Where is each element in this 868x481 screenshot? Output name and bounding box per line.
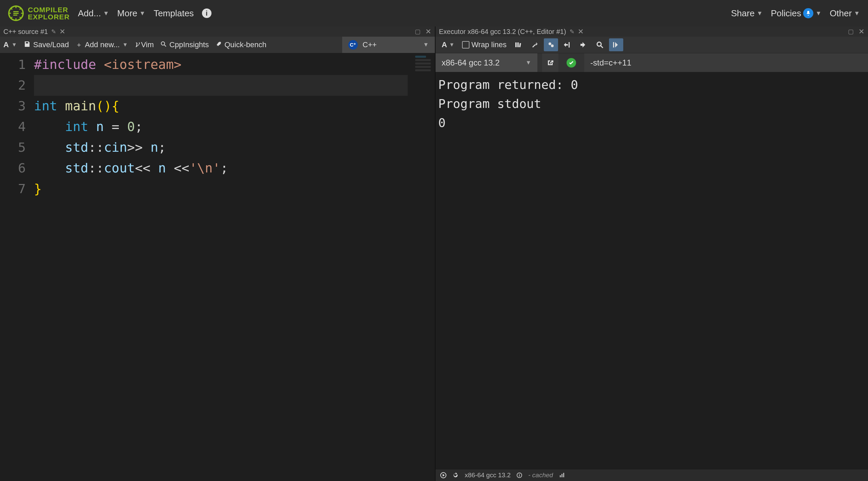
quickbench-btn[interactable]: Quick-bench: [216, 40, 266, 49]
caret-icon: ▼: [525, 59, 531, 66]
svg-rect-11: [13, 15, 17, 16]
executor-status-bar: x86-64 gcc 13.2 - cached: [436, 469, 868, 481]
close-icon[interactable]: ✕: [578, 27, 584, 36]
info-icon[interactable]: i: [202, 8, 211, 18]
svg-point-18: [551, 44, 554, 47]
svg-rect-16: [519, 43, 521, 48]
executor-toolbar: A▼ Wrap lines: [436, 37, 868, 53]
status-ok: [563, 58, 579, 68]
svg-rect-26: [519, 474, 520, 475]
nav-templates[interactable]: Templates: [153, 8, 194, 19]
external-link-btn[interactable]: [542, 53, 558, 72]
svg-rect-14: [515, 42, 517, 47]
saveload-btn[interactable]: Save/Load: [24, 40, 69, 49]
close-panel-icon[interactable]: ✕: [858, 27, 865, 36]
editor-tab-bar: C++ source #1 ✎ ✕ ▢ ✕: [0, 26, 435, 37]
svg-rect-25: [519, 475, 520, 477]
caret-icon: ▼: [123, 42, 128, 48]
chart-icon[interactable]: [559, 473, 565, 478]
vim-icon: 𝓥: [135, 41, 138, 49]
svg-rect-10: [13, 13, 19, 14]
minimap[interactable]: [414, 54, 433, 78]
svg-rect-22: [613, 42, 614, 48]
editor-tab[interactable]: C++ source #1 ✎ ✕: [3, 27, 66, 36]
info-small-icon[interactable]: [517, 473, 522, 478]
output-stdout-header: Program stdout: [438, 94, 865, 113]
svg-point-12: [161, 42, 165, 45]
svg-rect-27: [560, 475, 561, 477]
editor-panel: C++ source #1 ✎ ✕ ▢ ✕ A▼ Save/Load ＋ Add: [0, 26, 436, 481]
cpp-icon: C⁺: [348, 40, 358, 50]
compiler-select[interactable]: x86-64 gcc 13.2 ▼: [436, 53, 537, 72]
nav-add[interactable]: Add...▼: [78, 8, 109, 19]
close-panel-icon[interactable]: ✕: [425, 27, 431, 36]
bell-icon: [803, 8, 813, 18]
language-selector[interactable]: C⁺ C++ ▼: [342, 37, 435, 53]
executor-output[interactable]: Program returned: 0 Program stdout 0: [436, 72, 868, 469]
logo-text: COMPILER EXPLORER: [28, 6, 70, 20]
nav-more[interactable]: More▼: [117, 8, 145, 19]
svg-point-20: [597, 42, 601, 46]
caret-icon: ▼: [449, 42, 455, 48]
status-cached: - cached: [528, 471, 553, 479]
play-icon[interactable]: [440, 472, 446, 478]
check-icon: [567, 58, 576, 68]
caret-icon: ▼: [423, 41, 429, 48]
pencil-icon[interactable]: ✎: [51, 28, 56, 35]
compiler-options-btn[interactable]: [544, 38, 558, 51]
font-btn[interactable]: A▼: [439, 39, 457, 51]
nav-other[interactable]: Other▼: [830, 8, 860, 19]
cppinsights-btn[interactable]: CppInsights: [161, 40, 209, 49]
execution-btn[interactable]: [609, 38, 623, 51]
gear-logo-icon: [8, 5, 24, 21]
output-returned: Program returned: 0: [438, 75, 865, 94]
nav-policies[interactable]: Policies ▼: [771, 8, 821, 19]
svg-rect-29: [563, 473, 564, 477]
code-content[interactable]: #include <iostream> int main(){ int n = …: [34, 54, 435, 481]
rocket-icon: [216, 41, 222, 49]
floppy-icon: [24, 41, 31, 49]
caret-icon: ▼: [854, 10, 860, 17]
libraries-btn[interactable]: [511, 38, 525, 51]
svg-point-17: [549, 42, 551, 45]
executor-tab-bar: Executor x86-64 gcc 13.2 (C++, Editor #1…: [436, 26, 868, 37]
wrench-btn[interactable]: [528, 38, 542, 51]
workspace: C++ source #1 ✎ ✕ ▢ ✕ A▼ Save/Load ＋ Add: [0, 26, 868, 481]
executor-tab[interactable]: Executor x86-64 gcc 13.2 (C++, Editor #1…: [439, 27, 584, 36]
editor-toolbar: A▼ Save/Load ＋ Add new... ▼ 𝓥 Vim: [0, 37, 435, 53]
vim-btn[interactable]: 𝓥 Vim: [135, 40, 154, 49]
compiler-row: x86-64 gcc 13.2 ▼ -std=c++11: [436, 53, 868, 72]
output-line: 0: [438, 113, 865, 132]
svg-rect-19: [569, 42, 570, 48]
nav-share[interactable]: Share▼: [731, 8, 763, 19]
maximize-icon[interactable]: ▢: [415, 28, 421, 35]
stdin-btn[interactable]: [576, 38, 591, 51]
status-compiler: x86-64 gcc 13.2: [465, 471, 511, 479]
caret-icon: ▼: [103, 10, 109, 17]
svg-line-13: [164, 45, 166, 47]
line-gutter: 1 2 3 4 5 6 7: [0, 54, 34, 481]
executor-panel: Executor x86-64 gcc 13.2 (C++, Editor #1…: [436, 26, 868, 481]
compiler-flags-input[interactable]: -std=c++11: [584, 53, 868, 72]
caret-icon: ▼: [140, 10, 146, 17]
checkbox-icon: [462, 41, 469, 49]
caret-icon: ▼: [12, 42, 17, 48]
svg-rect-28: [561, 474, 562, 477]
maximize-icon[interactable]: ▢: [848, 28, 854, 35]
refresh-icon[interactable]: [453, 472, 459, 478]
addnew-btn[interactable]: ＋ Add new... ▼: [76, 40, 128, 49]
caret-icon: ▼: [757, 10, 763, 17]
logo[interactable]: COMPILER EXPLORER: [8, 5, 70, 21]
svg-rect-9: [13, 11, 19, 12]
caret-icon: ▼: [815, 10, 821, 17]
font-btn[interactable]: A▼: [3, 40, 17, 49]
compilation-btn[interactable]: [593, 38, 607, 51]
close-icon[interactable]: ✕: [59, 27, 66, 36]
svg-line-21: [601, 46, 603, 48]
code-editor[interactable]: 1 2 3 4 5 6 7 #include <iostream> int ma…: [0, 53, 435, 481]
pencil-icon[interactable]: ✎: [570, 28, 574, 35]
wraplines-toggle[interactable]: Wrap lines: [459, 39, 510, 51]
magnify-icon: [161, 41, 167, 49]
plus-icon: ＋: [76, 40, 82, 49]
arguments-btn[interactable]: [560, 38, 574, 51]
